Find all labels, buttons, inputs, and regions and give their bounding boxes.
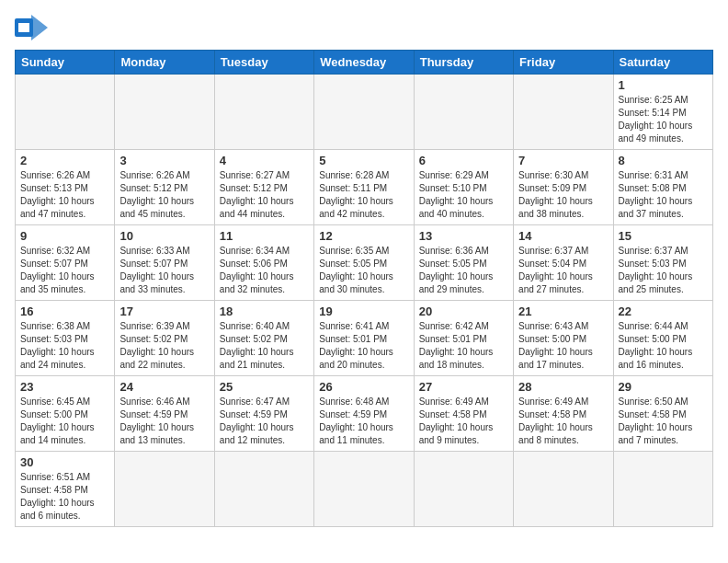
calendar-cell: 14Sunrise: 6:37 AMSunset: 5:04 PMDayligh… <box>514 225 613 301</box>
day-info: Sunrise: 6:37 AMSunset: 5:03 PMDaylight:… <box>619 245 708 296</box>
calendar-cell: 8Sunrise: 6:31 AMSunset: 5:08 PMDaylight… <box>613 150 712 225</box>
calendar-table: SundayMondayTuesdayWednesdayThursdayFrid… <box>15 50 713 527</box>
calendar-cell: 19Sunrise: 6:41 AMSunset: 5:01 PMDayligh… <box>314 301 414 376</box>
day-number: 30 <box>20 455 109 469</box>
day-number: 2 <box>20 154 109 167</box>
day-number: 22 <box>619 304 708 318</box>
weekday-sunday: Sunday <box>16 51 115 75</box>
calendar-cell: 1Sunrise: 6:25 AMSunset: 5:14 PMDaylight… <box>613 75 712 150</box>
day-info: Sunrise: 6:32 AMSunset: 5:07 PMDaylight:… <box>20 245 109 296</box>
day-info: Sunrise: 6:35 AMSunset: 5:05 PMDaylight:… <box>319 245 408 296</box>
calendar-cell: 26Sunrise: 6:48 AMSunset: 4:59 PMDayligh… <box>314 376 414 452</box>
calendar-cell: 2Sunrise: 6:26 AMSunset: 5:13 PMDaylight… <box>16 150 115 225</box>
calendar-cell <box>214 75 313 150</box>
calendar-cell: 17Sunrise: 6:39 AMSunset: 5:02 PMDayligh… <box>115 301 214 376</box>
day-info: Sunrise: 6:42 AMSunset: 5:01 PMDaylight:… <box>419 320 508 372</box>
calendar-cell: 10Sunrise: 6:33 AMSunset: 5:07 PMDayligh… <box>115 225 214 301</box>
logo <box>15 15 51 40</box>
calendar-cell <box>314 452 414 527</box>
day-number: 19 <box>319 304 408 318</box>
weekday-saturday: Saturday <box>613 51 712 75</box>
svg-marker-1 <box>31 15 48 40</box>
calendar-cell <box>514 452 613 527</box>
calendar-cell: 18Sunrise: 6:40 AMSunset: 5:02 PMDayligh… <box>214 301 313 376</box>
calendar-cell: 16Sunrise: 6:38 AMSunset: 5:03 PMDayligh… <box>16 301 115 376</box>
day-number: 15 <box>619 229 708 243</box>
day-info: Sunrise: 6:36 AMSunset: 5:05 PMDaylight:… <box>419 245 508 296</box>
weekday-monday: Monday <box>115 51 214 75</box>
calendar-cell <box>613 452 712 527</box>
day-number: 23 <box>20 380 109 394</box>
day-info: Sunrise: 6:31 AMSunset: 5:08 PMDaylight:… <box>619 169 708 221</box>
calendar-cell: 20Sunrise: 6:42 AMSunset: 5:01 PMDayligh… <box>414 301 513 376</box>
calendar-cell: 28Sunrise: 6:49 AMSunset: 4:58 PMDayligh… <box>514 376 613 452</box>
calendar-cell <box>414 452 513 527</box>
weekday-friday: Friday <box>514 51 613 75</box>
day-number: 6 <box>419 154 508 167</box>
calendar-cell <box>514 75 613 150</box>
day-number: 12 <box>319 229 408 243</box>
day-number: 5 <box>319 154 408 167</box>
calendar-cell: 27Sunrise: 6:49 AMSunset: 4:58 PMDayligh… <box>414 376 513 452</box>
day-info: Sunrise: 6:40 AMSunset: 5:02 PMDaylight:… <box>220 320 309 372</box>
day-info: Sunrise: 6:33 AMSunset: 5:07 PMDaylight:… <box>119 245 209 296</box>
calendar-cell: 6Sunrise: 6:29 AMSunset: 5:10 PMDaylight… <box>414 150 513 225</box>
day-info: Sunrise: 6:48 AMSunset: 4:59 PMDaylight:… <box>319 396 408 447</box>
day-info: Sunrise: 6:44 AMSunset: 5:00 PMDaylight:… <box>619 320 708 372</box>
day-number: 25 <box>220 380 309 394</box>
day-info: Sunrise: 6:46 AMSunset: 4:59 PMDaylight:… <box>119 396 209 447</box>
day-number: 17 <box>119 304 209 318</box>
day-number: 24 <box>119 380 209 394</box>
day-number: 9 <box>20 229 109 243</box>
calendar-cell: 13Sunrise: 6:36 AMSunset: 5:05 PMDayligh… <box>414 225 513 301</box>
day-number: 13 <box>419 229 508 243</box>
calendar-cell: 12Sunrise: 6:35 AMSunset: 5:05 PMDayligh… <box>314 225 414 301</box>
day-number: 21 <box>518 304 608 318</box>
day-info: Sunrise: 6:37 AMSunset: 5:04 PMDaylight:… <box>518 245 608 296</box>
logo-icon <box>15 15 48 40</box>
calendar-cell: 5Sunrise: 6:28 AMSunset: 5:11 PMDaylight… <box>314 150 414 225</box>
calendar-cell: 23Sunrise: 6:45 AMSunset: 5:00 PMDayligh… <box>16 376 115 452</box>
weekday-tuesday: Tuesday <box>214 51 313 75</box>
header <box>15 15 713 40</box>
calendar-cell <box>214 452 313 527</box>
day-number: 28 <box>518 380 608 394</box>
calendar-cell: 3Sunrise: 6:26 AMSunset: 5:12 PMDaylight… <box>115 150 214 225</box>
day-info: Sunrise: 6:49 AMSunset: 4:58 PMDaylight:… <box>518 396 608 447</box>
day-info: Sunrise: 6:26 AMSunset: 5:13 PMDaylight:… <box>20 169 109 221</box>
day-number: 20 <box>419 304 508 318</box>
day-info: Sunrise: 6:50 AMSunset: 4:58 PMDaylight:… <box>619 396 708 447</box>
calendar-cell: 21Sunrise: 6:43 AMSunset: 5:00 PMDayligh… <box>514 301 613 376</box>
day-info: Sunrise: 6:47 AMSunset: 4:59 PMDaylight:… <box>220 396 309 447</box>
day-info: Sunrise: 6:41 AMSunset: 5:01 PMDaylight:… <box>319 320 408 372</box>
weekday-thursday: Thursday <box>414 51 513 75</box>
calendar-cell: 11Sunrise: 6:34 AMSunset: 5:06 PMDayligh… <box>214 225 313 301</box>
day-number: 11 <box>220 229 309 243</box>
day-number: 3 <box>119 154 209 167</box>
calendar-cell: 24Sunrise: 6:46 AMSunset: 4:59 PMDayligh… <box>115 376 214 452</box>
day-number: 4 <box>220 154 309 167</box>
day-info: Sunrise: 6:25 AMSunset: 5:14 PMDaylight:… <box>619 94 708 145</box>
svg-rect-2 <box>18 23 29 32</box>
day-info: Sunrise: 6:39 AMSunset: 5:02 PMDaylight:… <box>119 320 209 372</box>
day-info: Sunrise: 6:38 AMSunset: 5:03 PMDaylight:… <box>20 320 109 372</box>
day-number: 29 <box>619 380 708 394</box>
day-info: Sunrise: 6:26 AMSunset: 5:12 PMDaylight:… <box>119 169 209 221</box>
calendar-cell: 4Sunrise: 6:27 AMSunset: 5:12 PMDaylight… <box>214 150 313 225</box>
day-number: 27 <box>419 380 508 394</box>
calendar-cell <box>16 75 115 150</box>
day-number: 1 <box>619 78 708 92</box>
day-number: 16 <box>20 304 109 318</box>
calendar-cell: 30Sunrise: 6:51 AMSunset: 4:58 PMDayligh… <box>16 452 115 527</box>
calendar-cell <box>414 75 513 150</box>
calendar-cell <box>115 75 214 150</box>
calendar-cell: 29Sunrise: 6:50 AMSunset: 4:58 PMDayligh… <box>613 376 712 452</box>
day-info: Sunrise: 6:45 AMSunset: 5:00 PMDaylight:… <box>20 396 109 447</box>
day-number: 14 <box>518 229 608 243</box>
day-info: Sunrise: 6:43 AMSunset: 5:00 PMDaylight:… <box>518 320 608 372</box>
weekday-wednesday: Wednesday <box>314 51 414 75</box>
day-info: Sunrise: 6:49 AMSunset: 4:58 PMDaylight:… <box>419 396 508 447</box>
day-info: Sunrise: 6:27 AMSunset: 5:12 PMDaylight:… <box>220 169 309 221</box>
day-number: 10 <box>119 229 209 243</box>
calendar-cell: 9Sunrise: 6:32 AMSunset: 5:07 PMDaylight… <box>16 225 115 301</box>
